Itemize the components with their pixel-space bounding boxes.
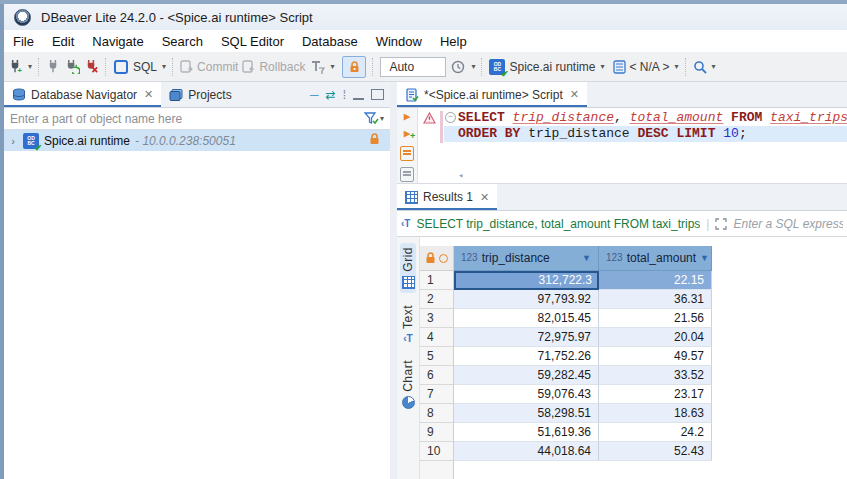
transaction-mode-caret[interactable]: ▾ [330, 62, 334, 71]
menu-sql-editor[interactable]: SQL Editor [212, 32, 293, 51]
cell-total-amount[interactable]: 36.31 [599, 290, 712, 309]
row-number[interactable]: 3 [420, 309, 454, 328]
row-number[interactable]: 6 [420, 366, 454, 385]
side-tab-grid[interactable]: Grid [400, 243, 416, 293]
table-row[interactable]: 571,752.2649.57 [420, 347, 712, 366]
expander-chevron-icon[interactable]: › [8, 135, 18, 147]
cell-trip-distance[interactable]: 97,793.92 [454, 290, 599, 309]
autocommit-combo[interactable]: Auto [380, 57, 446, 77]
row-number[interactable]: 2 [420, 290, 454, 309]
cell-trip-distance[interactable]: 58,298.51 [454, 404, 599, 423]
cell-total-amount[interactable]: 18.63 [599, 404, 712, 423]
cell-total-amount[interactable]: 23.17 [599, 385, 712, 404]
sql-editor[interactable]: ▶ ▶+ − SELECT trip_distance, total_amoun… [397, 108, 847, 184]
cell-trip-distance[interactable]: 59,076.43 [454, 385, 599, 404]
cell-total-amount[interactable]: 21.56 [599, 309, 712, 328]
table-row[interactable]: 1312,722.322.15 [420, 271, 712, 290]
data-grid[interactable]: 123 trip_distance ▼ 123 total_amount ▼ 1… [420, 246, 712, 479]
menu-search[interactable]: Search [153, 32, 212, 51]
row-number[interactable]: 7 [420, 385, 454, 404]
cell-trip-distance[interactable]: 51,619.36 [454, 423, 599, 442]
tab-results-1[interactable]: Results 1 ✕ [397, 184, 497, 210]
tab-sql-script[interactable]: *<Spice.ai runtime> Script ✕ [397, 82, 587, 107]
navigator-filter[interactable]: Enter a part of object name here ▾ [4, 108, 390, 130]
menu-edit[interactable]: Edit [43, 32, 83, 51]
cell-trip-distance[interactable]: 59,282.45 [454, 366, 599, 385]
search-caret[interactable]: ▾ [712, 62, 716, 71]
connection-caret[interactable]: ▾ [601, 62, 605, 71]
sort-desc-icon[interactable]: ▼ [700, 246, 709, 270]
menu-navigate[interactable]: Navigate [83, 32, 152, 51]
link-with-editor-icon[interactable]: ⇄ [326, 88, 336, 102]
connect-icon[interactable] [46, 59, 61, 74]
collapse-all-icon[interactable]: ─ [310, 88, 319, 102]
table-row[interactable]: 472,975.9720.04 [420, 328, 712, 347]
sort-desc-icon[interactable]: ▼ [582, 246, 591, 270]
panel-splitter[interactable] [390, 82, 397, 479]
row-number[interactable]: 5 [420, 347, 454, 366]
sql-code[interactable]: SELECT trip_distance, total_amount FROM … [458, 110, 847, 142]
side-tab-text[interactable]: Text ‹T [400, 301, 416, 348]
execute-script-icon[interactable] [400, 146, 414, 161]
table-row[interactable]: 951,619.3624.2 [420, 423, 712, 442]
table-row[interactable]: 759,076.4323.17 [420, 385, 712, 404]
new-connection-caret[interactable]: ▾ [28, 62, 32, 71]
menu-help[interactable]: Help [431, 32, 476, 51]
tab-projects[interactable]: Projects [161, 82, 239, 107]
database-caret[interactable]: ▾ [675, 62, 679, 71]
table-row[interactable]: 858,298.5118.63 [420, 404, 712, 423]
script-stats-icon[interactable] [400, 167, 414, 182]
row-number[interactable]: 9 [420, 423, 454, 442]
close-icon[interactable]: ✕ [480, 191, 489, 204]
connection-tree-item[interactable]: › ODBC✔ Spice.ai runtime - 10.0.0.238:50… [4, 130, 390, 151]
table-row[interactable]: 659,282.4533.52 [420, 366, 712, 385]
sql-editor-icon[interactable] [113, 59, 129, 75]
sql-editor-caret[interactable]: ▾ [162, 62, 166, 71]
cell-trip-distance[interactable]: 44,018.64 [454, 442, 599, 461]
row-number[interactable]: 8 [420, 404, 454, 423]
new-connection-icon[interactable]: + [8, 59, 23, 74]
sql-line[interactable]: SELECT trip_distance, total_amount FROM … [458, 110, 847, 126]
row-number[interactable]: 4 [420, 328, 454, 347]
row-number[interactable]: 1 [420, 271, 454, 290]
cell-total-amount[interactable]: 49.57 [599, 347, 712, 366]
menu-database[interactable]: Database [293, 32, 367, 51]
view-menu-icon[interactable]: ⁞ [343, 88, 346, 102]
cell-trip-distance[interactable]: 72,975.97 [454, 328, 599, 347]
cell-total-amount[interactable]: 24.2 [599, 423, 712, 442]
filter-caret[interactable]: ▾ [380, 114, 384, 123]
table-row[interactable]: 1044,018.6452.43 [420, 442, 712, 461]
editor-hscrollbar[interactable]: ◂ [458, 170, 463, 181]
execute-statement-icon[interactable]: ▶ [404, 112, 411, 123]
transaction-mode-icon[interactable] [309, 59, 325, 75]
search-icon[interactable] [693, 60, 707, 74]
cell-trip-distance[interactable]: 71,752.26 [454, 347, 599, 366]
active-database-selector[interactable]: < N/A > [630, 60, 670, 74]
cell-trip-distance[interactable]: 312,722.3 [454, 271, 599, 290]
history-caret[interactable]: ▾ [471, 62, 475, 71]
disconnect-icon[interactable] [84, 59, 99, 74]
maximize-icon[interactable] [371, 89, 384, 100]
cell-total-amount[interactable]: 52.43 [599, 442, 712, 461]
side-tab-chart[interactable]: Chart [400, 356, 416, 413]
reconnect-icon[interactable] [65, 59, 80, 74]
menu-window[interactable]: Window [367, 32, 431, 51]
minimize-icon[interactable] [353, 95, 364, 100]
filter-funnel-icon[interactable] [364, 112, 379, 125]
results-filter-bar[interactable]: ‹T SELECT trip_distance, total_amount FR… [397, 211, 847, 237]
grid-corner-cell[interactable] [420, 246, 454, 271]
cell-total-amount[interactable]: 20.04 [599, 328, 712, 347]
history-icon[interactable] [450, 59, 466, 75]
cell-total-amount[interactable]: 22.15 [599, 271, 712, 290]
expand-panel-icon[interactable] [715, 218, 727, 230]
autocommit-lock-highlight[interactable] [342, 56, 366, 78]
table-row[interactable]: 382,015.4521.56 [420, 309, 712, 328]
sql-line[interactable]: ORDER BY trip_distance DESC LIMIT 10; [444, 126, 847, 142]
close-icon[interactable]: ✕ [570, 88, 579, 101]
cell-total-amount[interactable]: 33.52 [599, 366, 712, 385]
sql-editor-label[interactable]: SQL [133, 60, 157, 74]
active-connection-selector[interactable]: Spice.ai runtime [509, 60, 595, 74]
close-icon[interactable]: ✕ [144, 88, 153, 101]
execute-new-tab-icon[interactable]: ▶+ [404, 129, 411, 140]
fold-collapse-icon[interactable]: − [445, 112, 456, 123]
